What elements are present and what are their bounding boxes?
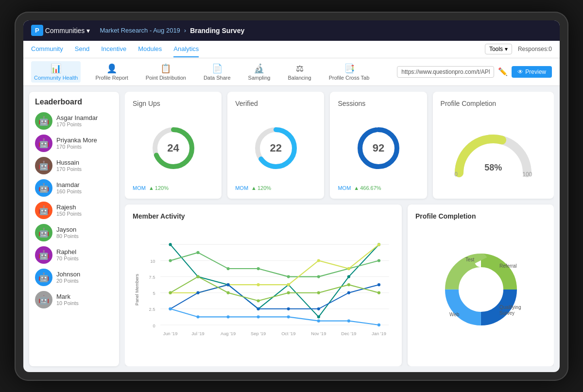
svg-point-60 [226, 315, 229, 318]
member-name: Jayson [56, 226, 79, 233]
toolbar-profile-cross-tab[interactable]: 📑 Profile Cross Tab [326, 61, 373, 83]
gauge-min: 0 [454, 171, 458, 178]
mom-label: MOM [338, 185, 351, 191]
leaderboard-sidebar: Leaderboard 🤖 Asgar Inamdar 170 Points 🤖… [29, 92, 119, 366]
verified-donut: 22 [252, 124, 300, 172]
svg-text:Panel Members: Panel Members [135, 273, 139, 305]
svg-point-47 [317, 259, 320, 262]
verified-value: 22 [270, 142, 282, 154]
svg-point-41 [377, 259, 380, 262]
svg-point-52 [226, 283, 229, 286]
svg-point-36 [226, 267, 229, 270]
avatar: 🤖 [35, 291, 52, 308]
url-input[interactable] [397, 66, 494, 78]
toolbar-point-distribution[interactable]: 📋 Point Distribution [143, 61, 189, 83]
bottom-section: Member Activity 0 [125, 205, 554, 366]
toolbar: 📊 Community Health 👤 Profile Report 📋 Po… [23, 58, 560, 86]
verified-title: Verified [235, 100, 316, 107]
svg-point-49 [377, 243, 380, 246]
gauge-wrap: 58% 0 100 [449, 124, 537, 178]
svg-point-48 [347, 267, 350, 270]
svg-point-38 [287, 275, 290, 278]
list-item: 🤖 Priyanka More 170 Points [35, 135, 113, 152]
svg-point-34 [169, 259, 171, 262]
member-points: 170 Points [56, 166, 82, 172]
top-nav: P Communities ▾ Market Research - Aug 20… [23, 20, 560, 41]
sign-ups-title: Sign Ups [133, 100, 214, 107]
list-item: 🤖 Hussain 170 Points [35, 157, 113, 174]
nav-community[interactable]: Community [31, 41, 63, 57]
list-item: 🤖 Inamdar 160 Points [35, 179, 113, 197]
svg-text:7.5: 7.5 [149, 274, 155, 279]
svg-point-57 [377, 283, 380, 286]
chevron-down-icon: ▾ [505, 46, 508, 52]
svg-point-71 [317, 291, 320, 294]
sessions-donut: 92 [354, 124, 403, 172]
nav-right: Tools ▾ Responses:0 [485, 44, 552, 54]
profile-completion-card: Profile Completion 58% 0 [433, 92, 554, 199]
toolbar-sampling[interactable]: 🔬 Sampling [245, 61, 274, 83]
svg-point-26 [169, 243, 171, 246]
nav-send[interactable]: Send [75, 41, 89, 57]
member-name: Inamdar [56, 181, 82, 188]
breadcrumb-link[interactable]: Market Research - Aug 2019 [100, 27, 180, 34]
avatar: 🤖 [35, 202, 52, 219]
svg-point-63 [317, 319, 320, 322]
toolbar-community-health[interactable]: 📊 Community Health [31, 61, 81, 83]
list-icon: 📋 [160, 63, 171, 74]
tools-button[interactable]: Tools ▾ [485, 44, 512, 54]
edit-icon[interactable]: ✏️ [498, 67, 508, 76]
toolbar-data-share[interactable]: 📄 Data Share [201, 61, 234, 83]
svg-text:Survey: Survey [499, 310, 514, 316]
nav-incentive[interactable]: Incentive [101, 41, 126, 57]
svg-text:Sep '19: Sep '19 [251, 331, 266, 336]
svg-point-45 [257, 283, 260, 286]
sessions-title: Sessions [338, 100, 419, 107]
logo-letter: P [35, 27, 39, 34]
svg-point-64 [347, 319, 350, 322]
nav-analytics[interactable]: Analytics [173, 41, 199, 57]
secondary-nav: Community Send Incentive Modules Analyti… [23, 41, 560, 58]
sessions-value: 92 [373, 142, 384, 154]
svg-point-73 [377, 291, 380, 294]
svg-text:0: 0 [153, 324, 155, 328]
arrow-up-icon: ▲ [251, 185, 257, 191]
list-item: 🤖 Raphel 70 Points [35, 246, 113, 264]
svg-point-70 [287, 291, 290, 294]
verified-card: Verified 22 MOM [227, 92, 324, 199]
svg-point-61 [257, 315, 260, 318]
communities-label[interactable]: Communities ▾ [45, 27, 90, 34]
svg-point-69 [257, 299, 260, 302]
growth-value: ▲ 120% [149, 185, 169, 191]
member-points: 160 Points [56, 188, 82, 194]
toolbar-right: ✏️ 👁 Preview [397, 66, 552, 78]
svg-text:Jan '19: Jan '19 [372, 331, 386, 336]
avatar: 🤖 [35, 135, 52, 152]
toolbar-balancing[interactable]: ⚖ Balancing [285, 61, 314, 83]
svg-text:Nov '19: Nov '19 [311, 331, 326, 336]
sign-ups-chart: 24 [133, 111, 214, 185]
toolbar-profile-report[interactable]: 👤 Profile Report [92, 61, 131, 83]
svg-text:Dec '19: Dec '19 [341, 331, 356, 336]
member-name: Priyanka More [56, 136, 97, 144]
svg-text:Web: Web [449, 312, 460, 317]
preview-button[interactable]: 👁 Preview [512, 66, 552, 78]
breadcrumb-current: Branding Survey [190, 27, 244, 34]
member-activity-title: Member Activity [133, 212, 394, 220]
member-name: Mark [56, 293, 79, 300]
list-item: 🤖 Jayson 80 Points [35, 224, 113, 241]
gauge-max: 100 [522, 171, 532, 178]
nav-modules[interactable]: Modules [138, 41, 162, 57]
list-item: 🤖 Rajesh 150 Points [35, 202, 113, 219]
svg-text:5: 5 [153, 290, 155, 295]
svg-point-62 [287, 315, 290, 318]
member-points: 20 Points [56, 278, 80, 284]
sessions-chart: 92 [338, 111, 419, 185]
arrow-up-icon: ▲ [354, 185, 359, 191]
member-name: Hussain [56, 159, 82, 166]
logo-button[interactable]: P [31, 25, 43, 36]
svg-point-35 [196, 251, 199, 254]
svg-text:2.5: 2.5 [149, 307, 155, 311]
svg-text:Referral: Referral [499, 263, 517, 269]
svg-point-67 [196, 275, 199, 278]
